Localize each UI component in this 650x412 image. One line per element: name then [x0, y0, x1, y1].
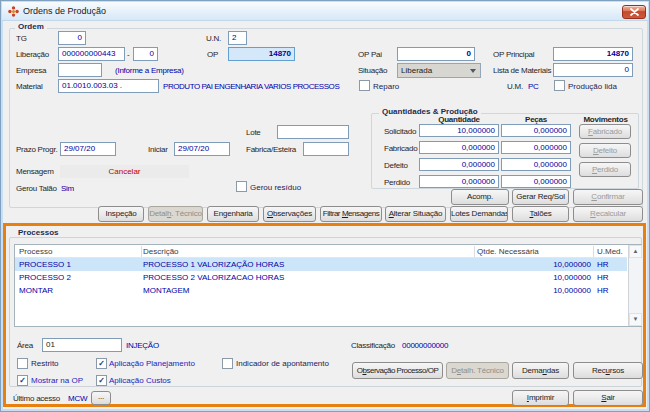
- ultimo-acesso-label: Último acesso: [13, 394, 60, 403]
- perdido-quantidade-input[interactable]: 0,000000: [419, 175, 499, 188]
- producao-lida-checkbox[interactable]: [554, 80, 565, 91]
- liberacao-seq-input[interactable]: 0: [133, 47, 158, 61]
- iniciar-label: Iniciar: [148, 145, 168, 154]
- lote-input[interactable]: [277, 125, 349, 139]
- reparo-checkbox[interactable]: [359, 80, 370, 91]
- situacao-label: Situação: [358, 66, 387, 75]
- gerar-req-sol-button[interactable]: Gerar Req/Sol: [512, 189, 569, 205]
- cell-qtde: 10,000000: [477, 284, 591, 297]
- recalcular-button[interactable]: Recalcular: [573, 206, 643, 222]
- perdido-button[interactable]: Perdido: [579, 162, 631, 177]
- acomp-button[interactable]: Acomp.: [451, 189, 509, 205]
- empresa-hint: (Informe a Empresa): [115, 66, 184, 75]
- filtrar-mensagens-button[interactable]: Filtrar Mensagens: [320, 206, 382, 222]
- table-row[interactable]: PROCESSO 1 PROCESSO 1 VALORIZAÇÃO HORAS …: [15, 258, 627, 271]
- prazo-label: Prazo Progr.: [16, 145, 57, 154]
- cell-descricao: MONTAGEM: [143, 284, 190, 297]
- scroll-up-icon[interactable]: ▲: [629, 245, 642, 258]
- production-orders-window: Ordens de Produção Ordem TG 0 U.N. 2 Lib…: [0, 0, 650, 412]
- aplicacao-custos-label: Aplicação Custos: [109, 376, 171, 385]
- area-description: INJEÇÃO: [126, 341, 159, 350]
- prazo-input[interactable]: 29/07/20: [60, 142, 116, 156]
- defeito-label: Defeito: [384, 161, 408, 170]
- table-row[interactable]: MONTAR MONTAGEM 10,000000 HR: [15, 284, 627, 297]
- empresa-label: Empresa: [16, 66, 46, 75]
- cell-qtde: 10,000000: [477, 258, 591, 271]
- solicitado-label: Solicitado: [384, 127, 416, 136]
- detalh-tecnico-button[interactable]: Detalh. Técnico: [148, 206, 203, 222]
- perdido-pecas-input[interactable]: 0,000000: [501, 175, 571, 188]
- detalh-tecnico-processo-button[interactable]: Detalh. Técnico: [446, 362, 509, 379]
- material-input[interactable]: 01.0010.003.03 .: [58, 79, 159, 93]
- op-pai-label: OP Pai: [358, 50, 382, 59]
- tg-input[interactable]: 0: [58, 31, 86, 45]
- lista-materiais-input[interactable]: 0: [553, 63, 633, 77]
- mensagem-label: Mensagem: [16, 167, 54, 176]
- taloes-button[interactable]: Talões: [512, 206, 569, 222]
- defeito-button[interactable]: Defeito: [579, 143, 631, 158]
- cell-processo: MONTAR: [19, 284, 53, 297]
- table-row[interactable]: PROCESSO 2 PROCESSO 2 VALORIZACAO HORAS …: [15, 271, 627, 284]
- table-header-row: Processo Descrição Qtde. Necessária U.Me…: [15, 245, 627, 258]
- aplicacao-planejamento-checkbox[interactable]: ✓: [96, 358, 107, 369]
- observacao-processo-op-button[interactable]: Observação Processo/OP: [352, 362, 443, 379]
- engenharia-button[interactable]: Engenharia: [207, 206, 259, 222]
- fabricado-pecas-input[interactable]: 0,000000: [501, 141, 571, 154]
- um-label: U.M.: [507, 82, 523, 91]
- reparo-label: Reparo: [373, 82, 399, 91]
- op-principal-input[interactable]: 14870: [553, 47, 633, 61]
- solicitado-quantidade-input[interactable]: 10,000000: [419, 124, 499, 137]
- ultimo-acesso-value: MCW: [68, 394, 87, 403]
- confirmar-button[interactable]: Confirmar: [573, 189, 643, 205]
- close-button[interactable]: [622, 5, 646, 19]
- liberacao-input[interactable]: 000000000443: [58, 47, 125, 61]
- op-principal-label: OP Principal: [493, 50, 534, 59]
- op-pai-input[interactable]: 0: [397, 47, 475, 61]
- defeito-pecas-input[interactable]: 0,000000: [501, 158, 571, 171]
- imprimir-button[interactable]: Imprimir: [512, 390, 569, 406]
- observacoes-button[interactable]: Observações: [263, 206, 316, 222]
- header-descricao: Descrição: [143, 245, 179, 258]
- header-qtde: Qtde. Necessária: [477, 245, 539, 258]
- iniciar-input[interactable]: 29/07/20: [174, 142, 230, 156]
- fabrica-esteira-label: Fabrica/Esteira: [246, 145, 296, 154]
- sair-button[interactable]: Sair: [573, 390, 643, 406]
- un-input[interactable]: 2: [228, 31, 247, 45]
- lista-materiais-label: Lista de Materiais: [493, 66, 551, 75]
- tg-label: TG: [16, 34, 27, 43]
- mostrar-na-op-checkbox[interactable]: ✓: [17, 375, 28, 386]
- processos-table: Processo Descrição Qtde. Necessária U.Me…: [14, 244, 642, 327]
- fabrica-esteira-input[interactable]: [303, 142, 349, 156]
- movimentos-column-header: Movimentos: [577, 115, 634, 124]
- cell-processo: PROCESSO 1: [19, 258, 71, 271]
- op-input[interactable]: 14870: [228, 47, 295, 61]
- indicador-apontamento-checkbox[interactable]: [222, 358, 233, 369]
- restrito-checkbox[interactable]: [17, 358, 28, 369]
- defeito-quantidade-input[interactable]: 0,000000: [419, 158, 499, 171]
- situacao-select[interactable]: Liberada: [397, 63, 481, 78]
- demandas-button[interactable]: Demandas: [512, 362, 569, 379]
- ordem-group-label: Ordem: [15, 22, 47, 31]
- mostrar-na-op-label: Mostrar na OP: [31, 376, 83, 385]
- solicitado-pecas-input[interactable]: 0,000000: [501, 124, 571, 137]
- table-scrollbar[interactable]: ▲ ▼: [628, 245, 642, 326]
- aplicacao-custos-checkbox[interactable]: ✓: [96, 375, 107, 386]
- titlebar: Ordens de Produção: [2, 2, 648, 21]
- header-processo: Processo: [19, 245, 52, 258]
- liberacao-separator: -: [127, 50, 129, 59]
- recursos-button[interactable]: Recursos: [573, 362, 643, 379]
- processos-group-label: Processos: [15, 228, 61, 237]
- more-button[interactable]: ...: [91, 391, 111, 405]
- area-input[interactable]: 01: [42, 338, 122, 352]
- op-label: OP: [207, 50, 218, 59]
- alterar-situacao-button[interactable]: Alterar Situação: [385, 206, 446, 222]
- lotes-demandas-button[interactable]: Lotes Demandas: [450, 206, 508, 222]
- gerou-residuo-checkbox[interactable]: [236, 181, 247, 192]
- fabricado-quantidade-input[interactable]: 0,000000: [419, 141, 499, 154]
- material-description: PRODUTO PAI ENGENHARIA VARIOS PROCESSOS: [163, 82, 339, 91]
- scroll-down-icon[interactable]: ▼: [629, 313, 642, 326]
- inspecao-button[interactable]: Inspeção: [98, 206, 144, 222]
- cell-umed: HR: [597, 258, 609, 271]
- fabricado-button[interactable]: Fabricado: [579, 124, 631, 139]
- empresa-input[interactable]: [58, 63, 102, 77]
